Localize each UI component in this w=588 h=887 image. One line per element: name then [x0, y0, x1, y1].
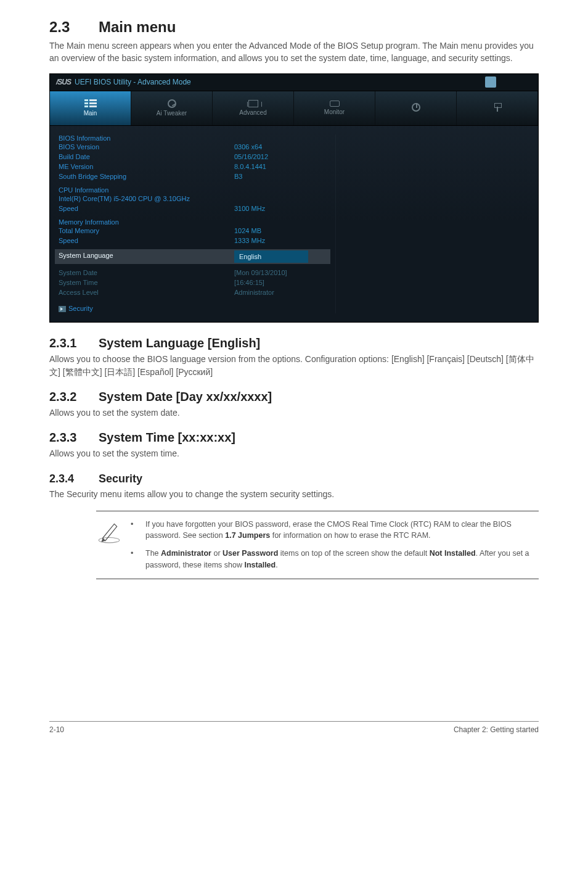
- tool-icon: [493, 103, 502, 112]
- label: Speed: [59, 236, 234, 245]
- note-text: The Administrator or User Password items…: [145, 548, 539, 571]
- row-total-memory: Total Memory1024 MB: [59, 226, 327, 236]
- row-system-time[interactable]: System Time[16:46:15]: [59, 278, 327, 287]
- subsection-title: System Time [xx:xx:xx]: [99, 431, 235, 444]
- tab-ai-tweaker[interactable]: Ai Tweaker: [131, 91, 213, 125]
- subsection-number: 2.3.3: [49, 431, 99, 445]
- body-text: Allows you to set the system date.: [49, 406, 539, 419]
- value: Administrator: [234, 287, 327, 297]
- body-text: Allows you to set the system time.: [49, 447, 539, 460]
- label: Security: [59, 303, 327, 313]
- note-box: •If you have forgotten your BIOS passwor…: [96, 511, 539, 579]
- group-bios-info: BIOS Information: [59, 134, 327, 142]
- section-title: Main menu: [99, 19, 176, 35]
- page-footer: 2-10 Chapter 2: Getting started: [49, 721, 539, 734]
- row-bios-version: BIOS Version0306 x64: [59, 142, 327, 152]
- chevron-right-icon: [59, 306, 66, 312]
- label: BIOS Version: [59, 142, 234, 152]
- label: Total Memory: [59, 226, 234, 236]
- label: South Bridge Stepping: [59, 171, 234, 181]
- subsection-title: System Language [English]: [99, 336, 260, 350]
- label: Intel(R) Core(TM) i5-2400 CPU @ 3.10GHz: [59, 194, 234, 204]
- label: System Time: [59, 278, 234, 287]
- row-sb-stepping: South Bridge SteppingB3: [59, 171, 327, 181]
- value: B3: [234, 171, 327, 181]
- row-me-version: ME Version8.0.4.1441: [59, 162, 327, 171]
- row-cpu-speed: Speed3100 MHz: [59, 204, 327, 213]
- gauge-icon: [168, 99, 176, 108]
- group-memory-info: Memory Information: [59, 218, 327, 226]
- tab-label: Advanced: [239, 109, 266, 116]
- note-item: •If you have forgotten your BIOS passwor…: [131, 519, 539, 542]
- body-text: Allows you to choose the BIOS language v…: [49, 353, 539, 379]
- bullet-icon: •: [131, 519, 134, 542]
- security-item[interactable]: Security: [59, 303, 327, 313]
- subsection-heading: 2.3.1System Language [English]: [49, 336, 539, 350]
- tab-main[interactable]: Main: [50, 91, 131, 125]
- row-system-date[interactable]: System Date[Mon 09/13/2010]: [59, 268, 327, 278]
- bios-screenshot: /SUS UEFI BIOS Utility - Advanced Mode M…: [49, 73, 539, 323]
- tab-monitor[interactable]: Monitor: [294, 91, 375, 125]
- bios-body: BIOS Information BIOS Version0306 x64 Bu…: [50, 126, 538, 322]
- body-text: The Security menu items allow you to cha…: [49, 488, 539, 501]
- bios-help-panel: [335, 134, 529, 313]
- svg-point-0: [99, 537, 120, 542]
- bios-titlebar: /SUS UEFI BIOS Utility - Advanced Mode: [50, 74, 538, 91]
- subsection-title: Security: [99, 472, 142, 485]
- asus-logo: /SUS: [56, 78, 71, 86]
- value: [Mon 09/13/2010]: [234, 268, 327, 278]
- note-text: If you have forgotten your BIOS password…: [145, 519, 539, 542]
- tab-label: Monitor: [324, 109, 345, 115]
- label: System Language: [59, 250, 234, 263]
- note-item: •The Administrator or User Password item…: [131, 548, 539, 571]
- value: English: [234, 250, 327, 263]
- row-memory-speed: Speed1333 MHz: [59, 236, 327, 245]
- value: 8.0.4.1441: [234, 162, 327, 171]
- bios-title: UEFI BIOS Utility - Advanced Mode: [75, 78, 191, 86]
- list-icon: [84, 99, 97, 108]
- label: Speed: [59, 204, 234, 213]
- page-number: 2-10: [49, 725, 64, 734]
- row-access-level: Access LevelAdministrator: [59, 287, 327, 297]
- subsection-number: 2.3.2: [49, 390, 99, 404]
- subsection-number: 2.3.1: [49, 336, 99, 350]
- section-heading: 2.3Main menu: [49, 19, 539, 36]
- tab-label: Ai Tweaker: [157, 110, 187, 117]
- value: 05/16/2012: [234, 152, 327, 162]
- value: 3100 MHz: [234, 204, 327, 213]
- label: ME Version: [59, 162, 234, 171]
- power-icon: [412, 103, 420, 112]
- value: [234, 194, 327, 204]
- note-list: •If you have forgotten your BIOS passwor…: [131, 519, 539, 571]
- group-cpu-info: CPU Information: [59, 186, 327, 194]
- subsection-title: System Date [Day xx/xx/xxxx]: [99, 390, 272, 403]
- row-cpu-name: Intel(R) Core(TM) i5-2400 CPU @ 3.10GHz: [59, 194, 327, 204]
- subsection-heading: 2.3.4Security: [49, 472, 539, 485]
- value: 1333 MHz: [234, 236, 327, 245]
- label: System Date: [59, 268, 234, 278]
- value: 1024 MB: [234, 226, 327, 236]
- tab-boot[interactable]: [375, 91, 457, 125]
- bios-main-panel: BIOS Information BIOS Version0306 x64 Bu…: [59, 134, 327, 313]
- tab-label: Main: [84, 110, 97, 117]
- subsection-number: 2.3.4: [49, 472, 99, 485]
- label: Build Date: [59, 152, 234, 162]
- system-language-row[interactable]: System Language English: [55, 249, 330, 264]
- chapter-label: Chapter 2: Getting started: [454, 725, 539, 734]
- subsection-heading: 2.3.2System Date [Day xx/xx/xxxx]: [49, 390, 539, 404]
- security-label: Security: [68, 305, 93, 312]
- section-number: 2.3: [49, 19, 99, 36]
- bullet-icon: •: [131, 548, 134, 571]
- tab-advanced[interactable]: Advanced: [213, 91, 294, 125]
- tab-tool[interactable]: [457, 91, 538, 125]
- subsection-heading: 2.3.3System Time [xx:xx:xx]: [49, 431, 539, 445]
- language-dropdown[interactable]: English: [234, 250, 308, 263]
- exit-icon[interactable]: [485, 76, 496, 88]
- intro-paragraph: The Main menu screen appears when you en…: [49, 39, 539, 65]
- row-build-date: Build Date05/16/2012: [59, 152, 327, 162]
- chip-icon: [248, 100, 258, 107]
- value: 0306 x64: [234, 142, 327, 152]
- value: [16:46:15]: [234, 278, 327, 287]
- bios-tabs: Main Ai Tweaker Advanced Monitor: [50, 91, 538, 126]
- monitor-icon: [330, 101, 340, 107]
